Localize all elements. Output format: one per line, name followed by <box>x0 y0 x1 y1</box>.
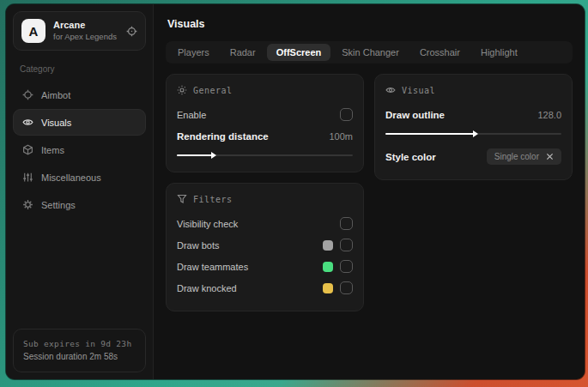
draw-bots-color-swatch[interactable] <box>323 240 333 251</box>
panel-columns: General Enable Rendering distance 100m <box>166 74 573 311</box>
draw-outline-row: Draw outline 128.0 <box>385 105 561 124</box>
slider-fill <box>385 133 474 135</box>
draw-teammates-label: Draw teammates <box>177 262 248 272</box>
close-icon[interactable] <box>546 153 554 160</box>
page-title: Visuals <box>167 18 571 30</box>
rendering-distance-value: 100m <box>329 131 353 142</box>
general-panel: General Enable Rendering distance 100m <box>166 74 364 172</box>
cube-icon <box>22 144 33 155</box>
draw-teammates-checkbox[interactable] <box>340 260 353 273</box>
filters-panel-header: Filters <box>177 194 353 204</box>
right-column: Visual Draw outline 128.0 Style color <box>374 74 573 180</box>
general-panel-header: General <box>177 85 353 95</box>
gear-icon <box>22 199 33 210</box>
style-color-label: Style color <box>385 152 436 162</box>
tab-players[interactable]: Players <box>168 44 219 61</box>
app-window: A Arcane for Apex Legends Category <box>6 4 585 379</box>
rendering-distance-row: Rendering distance 100m <box>177 126 353 146</box>
draw-knocked-row: Draw knocked <box>177 278 353 298</box>
sidebar-item-label: Aimbot <box>41 90 70 100</box>
tab-crosshair[interactable]: Crosshair <box>410 44 470 61</box>
sidebar-item-label: Items <box>41 145 64 155</box>
draw-bots-label: Draw bots <box>177 240 220 251</box>
subscription-info-card: Sub expires in 9d 23h Session duration 2… <box>13 329 146 372</box>
funnel-icon <box>177 194 187 204</box>
app-header-card: A Arcane for Apex Legends <box>13 11 146 51</box>
sidebar-item-visuals[interactable]: Visuals <box>13 109 146 136</box>
draw-teammates-controls <box>323 260 353 273</box>
sidebar-item-label: Visuals <box>41 118 71 128</box>
slider-fill <box>177 154 212 156</box>
draw-outline-value: 128.0 <box>537 110 561 120</box>
sidebar-item-label: Settings <box>41 200 76 210</box>
app-logo: A <box>21 19 45 43</box>
draw-bots-row: Draw bots <box>177 235 353 255</box>
draw-bots-controls <box>323 239 353 251</box>
draw-outline-label: Draw outline <box>385 110 445 120</box>
filters-panel: Filters Visibility check Draw bots <box>166 183 364 311</box>
target-icon[interactable] <box>126 26 137 37</box>
draw-knocked-color-swatch[interactable] <box>323 283 333 293</box>
tab-offscreen[interactable]: OffScreen <box>267 44 331 61</box>
enable-checkbox[interactable] <box>340 108 353 121</box>
visual-panel-title: Visual <box>402 86 435 95</box>
tab-highlight[interactable]: Highlight <box>471 44 527 61</box>
draw-knocked-label: Draw knocked <box>177 283 237 293</box>
style-color-value: Single color <box>494 152 539 161</box>
sliders-icon <box>22 172 33 183</box>
enable-label: Enable <box>177 110 206 120</box>
visibility-check-checkbox[interactable] <box>340 217 353 230</box>
app-subtitle: for Apex Legends <box>53 32 118 42</box>
sidebar-item-items[interactable]: Items <box>13 136 146 163</box>
enable-row: Enable <box>177 105 353 124</box>
desktop-background: A Arcane for Apex Legends Category <box>0 0 588 387</box>
draw-knocked-checkbox[interactable] <box>340 281 353 294</box>
tab-bar: Players Radar OffScreen Skin Changer Cro… <box>166 41 573 63</box>
app-meta: Arcane for Apex Legends <box>53 20 118 42</box>
sub-expires-text: Sub expires in 9d 23h <box>23 337 136 350</box>
session-duration-text: Session duration 2m 58s <box>23 350 136 364</box>
tab-skin-changer[interactable]: Skin Changer <box>332 44 409 61</box>
style-color-row: Style color Single color <box>385 147 561 166</box>
sidebar-item-settings[interactable]: Settings <box>13 191 146 218</box>
visibility-check-row: Visibility check <box>177 214 353 233</box>
visual-panel-header: Visual <box>385 85 561 95</box>
draw-teammates-row: Draw teammates <box>177 257 353 276</box>
tab-radar[interactable]: Radar <box>221 44 265 61</box>
filters-panel-title: Filters <box>193 195 233 204</box>
rendering-distance-label: Rendering distance <box>177 131 269 142</box>
sidebar-item-aimbot[interactable]: Aimbot <box>13 82 146 108</box>
draw-knocked-controls <box>323 281 353 294</box>
app-name: Arcane <box>53 20 118 32</box>
main-content: Visuals Players Radar OffScreen Skin Cha… <box>154 4 585 379</box>
sidebar-nav: Aimbot Visuals <box>13 81 146 219</box>
style-color-select[interactable]: Single color <box>487 148 561 165</box>
sidebar: A Arcane for Apex Legends Category <box>6 4 154 379</box>
visual-panel: Visual Draw outline 128.0 Style color <box>374 74 573 180</box>
draw-bots-checkbox[interactable] <box>340 239 353 251</box>
visibility-check-label: Visibility check <box>177 219 238 229</box>
eye-icon <box>22 117 33 128</box>
sidebar-spacer <box>13 219 146 329</box>
category-label: Category <box>20 64 139 74</box>
sun-icon <box>177 85 187 95</box>
draw-outline-slider[interactable] <box>385 129 561 139</box>
general-panel-title: General <box>193 86 233 95</box>
eye-icon <box>385 85 396 95</box>
left-column: General Enable Rendering distance 100m <box>166 74 364 311</box>
sidebar-item-label: Miscellaneous <box>41 172 101 183</box>
rendering-distance-slider[interactable] <box>177 150 353 160</box>
draw-teammates-color-swatch[interactable] <box>323 262 333 272</box>
sidebar-item-miscellaneous[interactable]: Miscellaneous <box>13 164 146 190</box>
crosshair-icon <box>22 89 33 100</box>
